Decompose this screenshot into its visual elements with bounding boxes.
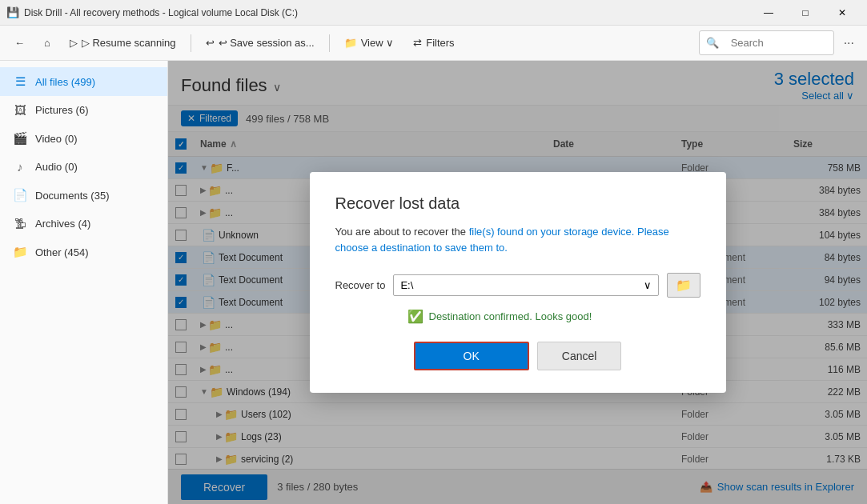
folder-view-icon: 📁: [344, 37, 357, 49]
search-input[interactable]: [723, 34, 827, 52]
maximize-button[interactable]: □: [787, 0, 824, 26]
back-button[interactable]: ←: [6, 32, 33, 54]
cancel-button[interactable]: Cancel: [537, 342, 622, 370]
search-icon: 🔍: [706, 37, 719, 49]
sidebar-item-audio[interactable]: ♪ Audio (0): [0, 153, 167, 181]
destination-status: ✅ Destination confirmed. Looks good!: [407, 309, 700, 324]
recover-to-dropdown[interactable]: E:\ ∨: [393, 274, 658, 296]
audio-icon: ♪: [13, 160, 27, 174]
other-icon: 📁: [13, 245, 27, 259]
documents-icon: 📄: [13, 188, 27, 202]
separator: [191, 34, 191, 52]
folder-browse-icon: 📁: [676, 278, 692, 292]
filter-icon: ⇄: [413, 37, 422, 49]
sidebar-item-all-files[interactable]: ☰ All files (499): [0, 67, 167, 96]
sidebar-label-other: Other (454): [35, 246, 88, 258]
filters-button[interactable]: ⇄ Filters: [405, 32, 462, 54]
save-session-button[interactable]: ↩ ↩ Save session as...: [198, 32, 323, 54]
close-button[interactable]: ✕: [824, 0, 861, 26]
sidebar-item-archives[interactable]: 🗜 Archives (4): [0, 210, 167, 238]
resume-scanning-button[interactable]: ▷ ▷ Resume scanning: [62, 32, 184, 54]
dialog-overlay: Recover lost data You are about to recov…: [168, 61, 867, 504]
separator-2: [329, 34, 330, 52]
sidebar-label-pictures: Pictures (6): [35, 104, 88, 116]
app-icon: 💾: [6, 6, 19, 19]
title-bar: 💾 Disk Drill - All recovery methods - Lo…: [0, 0, 867, 26]
video-icon: 🎬: [13, 131, 27, 146]
browse-button[interactable]: 📁: [667, 273, 700, 298]
sidebar-label-archives: Archives (4): [35, 218, 90, 230]
main-area: ☰ All files (499) 🖼 Pictures (6) 🎬 Video…: [0, 61, 867, 504]
sidebar-item-documents[interactable]: 📄 Documents (35): [0, 181, 167, 210]
archives-icon: 🗜: [13, 217, 27, 230]
minimize-button[interactable]: —: [750, 0, 787, 26]
recover-to-row: Recover to E:\ ∨ 📁: [335, 273, 700, 298]
window-controls: — □ ✕: [750, 0, 861, 26]
checkmark-icon: ✅: [407, 309, 423, 324]
sidebar: ☰ All files (499) 🖼 Pictures (6) 🎬 Video…: [0, 61, 168, 504]
recover-dialog: Recover lost data You are about to recov…: [310, 172, 726, 393]
save-icon: ↩: [206, 37, 215, 49]
recover-to-label: Recover to: [335, 279, 386, 291]
dialog-actions: OK Cancel: [335, 342, 700, 370]
title-bar-text: Disk Drill - All recovery methods - Logi…: [24, 7, 750, 18]
more-options-button[interactable]: ···: [837, 33, 861, 54]
content-area: Found files ∨ 3 selected Select all ∨ ✕ …: [168, 61, 867, 504]
play-icon: ▷: [70, 37, 78, 49]
pictures-icon: 🖼: [13, 103, 27, 117]
dropdown-chevron-icon: ∨: [644, 279, 652, 291]
dialog-title: Recover lost data: [335, 194, 700, 213]
sidebar-label-video: Video (0): [35, 133, 78, 145]
sidebar-item-other[interactable]: 📁 Other (454): [0, 238, 167, 266]
sidebar-label-audio: Audio (0): [35, 161, 78, 173]
all-files-icon: ☰: [13, 74, 27, 89]
home-button[interactable]: ⌂: [36, 32, 58, 54]
sidebar-item-video[interactable]: 🎬 Video (0): [0, 124, 167, 153]
toolbar: ← ⌂ ▷ ▷ Resume scanning ↩ ↩ Save session…: [0, 26, 867, 61]
sidebar-label-documents: Documents (35): [35, 190, 109, 202]
ok-button[interactable]: OK: [414, 342, 529, 370]
view-button[interactable]: 📁 View ∨: [336, 32, 403, 54]
dialog-description: You are about to recover the file(s) fou…: [335, 224, 700, 255]
sidebar-item-pictures[interactable]: 🖼 Pictures (6): [0, 96, 167, 124]
sidebar-label-all-files: All files (499): [35, 76, 95, 88]
